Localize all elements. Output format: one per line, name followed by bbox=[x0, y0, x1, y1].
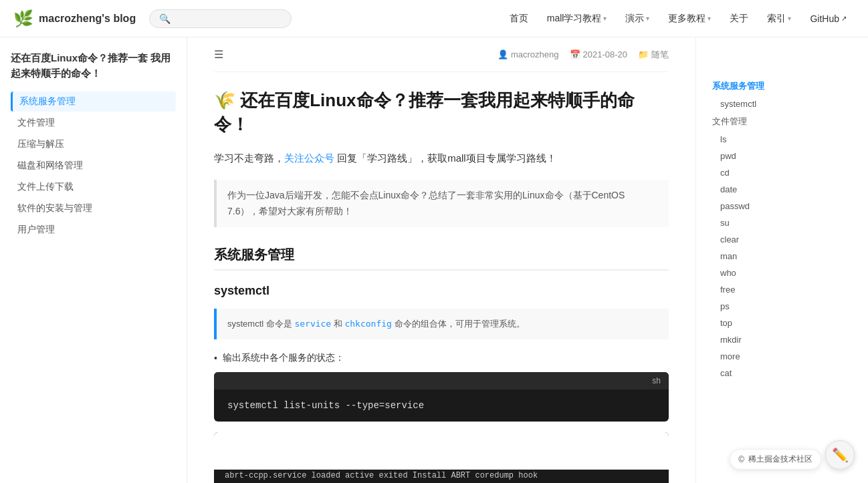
nav-index[interactable]: 索引 ▾ bbox=[759, 9, 799, 29]
right-toc-mkdir[interactable]: mkdir bbox=[707, 332, 819, 347]
right-toc-system-service[interactable]: 系统服务管理 bbox=[707, 77, 819, 95]
right-toc-top[interactable]: top bbox=[707, 315, 819, 331]
category-meta: 📁 随笔 bbox=[638, 49, 669, 61]
desc-part1: systemctl 命令是 bbox=[227, 319, 294, 329]
code-lang-label: sh bbox=[652, 376, 661, 385]
logo-icon: 🌿 bbox=[13, 9, 33, 28]
site-logo[interactable]: 🌿 macrozheng's blog bbox=[13, 9, 136, 28]
section-system-service: 系统服务管理 bbox=[214, 246, 669, 271]
site-name: macrozheng's blog bbox=[39, 13, 136, 25]
left-sidebar: 还在百度Linux命令？推荐一套 我用起来特顺手的命令！ 系统服务管理 文件管理… bbox=[0, 37, 187, 483]
code-output-table: UNIT LOAD ACTIVE SUB DESCRIPTION abrt-cc… bbox=[214, 432, 669, 483]
sidebar-item-compress[interactable]: 压缩与解压 bbox=[11, 134, 176, 154]
right-toc-systemctl[interactable]: systemctl bbox=[707, 96, 819, 112]
service-code: service bbox=[294, 319, 331, 329]
search-box[interactable]: 🔍 bbox=[149, 9, 292, 28]
right-toc-clear[interactable]: clear bbox=[707, 232, 819, 247]
title-text: 还在百度Linux命令？推荐一套我用起来特顺手的命令！ bbox=[214, 90, 635, 134]
left-sidebar-toc: 系统服务管理 文件管理 压缩与解压 磁盘和网络管理 文件上传下载 软件的安装与管… bbox=[11, 92, 176, 240]
right-toc-pwd[interactable]: pwd bbox=[707, 148, 819, 164]
right-toc-free[interactable]: free bbox=[707, 282, 819, 297]
nav-mall[interactable]: mall学习教程 ▾ bbox=[539, 9, 615, 29]
nav-about[interactable]: 关于 bbox=[722, 9, 756, 29]
chevron-down-icon: ▾ bbox=[603, 15, 607, 22]
community-badge[interactable]: © 稀土掘金技术社区 bbox=[730, 449, 821, 470]
article-title: 🌾 还在百度Linux命令？推荐一套我用起来特顺手的命令！ bbox=[214, 88, 669, 137]
right-toc-passwd[interactable]: passwd bbox=[707, 198, 819, 214]
sidebar-item-file-transfer[interactable]: 文件上传下载 bbox=[11, 177, 176, 197]
nav-demo[interactable]: 演示 ▾ bbox=[617, 9, 657, 29]
article-blockquote: 作为一位Java后端开发，怎能不会点Linux命令？总结了一套非常实用的Linu… bbox=[214, 180, 669, 228]
chevron-down-icon: ▾ bbox=[708, 15, 711, 22]
right-toc-cd[interactable]: cd bbox=[707, 165, 819, 180]
article-subtitle: 学习不走弯路，关注公众号 回复「学习路线」，获取mall项目专属学习路线！ bbox=[214, 150, 669, 166]
right-toc-cat[interactable]: cat bbox=[707, 365, 819, 381]
external-link-icon: ↗ bbox=[841, 15, 847, 22]
systemctl-description: systemctl 命令是 service 和 chkconfig 命令的组合体… bbox=[214, 309, 669, 339]
date-meta: 📅 2021-08-20 bbox=[570, 49, 628, 59]
bullet-list-units: 输出系统中各个服务的状态： bbox=[214, 350, 669, 367]
edit-float-button[interactable]: ✏️ bbox=[825, 440, 855, 470]
publish-date: 2021-08-20 bbox=[583, 49, 628, 59]
left-sidebar-title: 还在百度Linux命令？推荐一套 我用起来特顺手的命令！ bbox=[11, 51, 176, 81]
right-toc-who[interactable]: who bbox=[707, 265, 819, 281]
search-input[interactable] bbox=[175, 13, 282, 24]
article-meta: ☰ 👤 macrozheng 📅 2021-08-20 📁 随笔 bbox=[214, 37, 669, 72]
bullet-text: 输出系统中各个服务的状态： bbox=[223, 350, 344, 366]
sidebar-item-file-mgmt[interactable]: 文件管理 bbox=[11, 113, 176, 133]
folder-icon: 📁 bbox=[638, 49, 649, 59]
search-icon: 🔍 bbox=[159, 13, 171, 24]
right-toc-more[interactable]: more bbox=[707, 349, 819, 364]
edit-icon: ✏️ bbox=[832, 447, 849, 463]
right-toc-ps[interactable]: ps bbox=[707, 299, 819, 314]
chevron-down-icon: ▾ bbox=[646, 15, 649, 22]
category-label: 随笔 bbox=[651, 49, 669, 61]
community-text: 稀土掘金技术社区 bbox=[748, 454, 812, 465]
community-icon: © bbox=[738, 455, 744, 464]
nav-github[interactable]: GitHub ↗ bbox=[802, 9, 855, 28]
blockquote-text: 作为一位Java后端开发，怎能不会点Linux命令？总结了一套非常实用的Linu… bbox=[227, 190, 625, 216]
right-toc-date[interactable]: date bbox=[707, 182, 819, 197]
sidebar-item-user-mgmt[interactable]: 用户管理 bbox=[11, 220, 176, 240]
code-block-header: sh bbox=[214, 372, 669, 389]
menu-icon[interactable]: ☰ bbox=[214, 48, 223, 61]
author-meta: 👤 macrozheng bbox=[498, 49, 559, 59]
chevron-down-icon: ▾ bbox=[788, 15, 791, 22]
right-toc-file-mgmt[interactable]: 文件管理 bbox=[707, 113, 819, 130]
user-icon: 👤 bbox=[498, 49, 508, 59]
desc-part3: 命令的组合体，可用于管理系统。 bbox=[392, 319, 525, 329]
chkconfig-code: chkconfig bbox=[344, 319, 391, 329]
article-metadata: 👤 macrozheng 📅 2021-08-20 📁 随笔 bbox=[498, 49, 669, 61]
right-toc: 系统服务管理 systemctl 文件管理 ls pwd cd date pas… bbox=[707, 77, 819, 381]
sidebar-item-system-service[interactable]: 系统服务管理 bbox=[11, 92, 176, 112]
sidebar-item-disk-network[interactable]: 磁盘和网络管理 bbox=[11, 156, 176, 176]
main-layout: 还在百度Linux命令？推荐一套 我用起来特顺手的命令！ 系统服务管理 文件管理… bbox=[0, 37, 868, 483]
right-sidebar: 系统服务管理 systemctl 文件管理 ls pwd cd date pas… bbox=[695, 37, 829, 483]
right-toc-su[interactable]: su bbox=[707, 215, 819, 230]
main-nav: 首页 mall学习教程 ▾ 演示 ▾ 更多教程 ▾ 关于 索引 ▾ GitHub… bbox=[502, 9, 855, 29]
author-name: macrozheng bbox=[511, 49, 559, 59]
output-line-1: abrt-ccpp.service loaded active exited I… bbox=[214, 470, 669, 482]
right-toc-man[interactable]: man bbox=[707, 249, 819, 264]
code-block-content: systemctl list-units --type=service bbox=[214, 389, 669, 422]
subscribe-link[interactable]: 关注公众号 bbox=[284, 152, 334, 164]
title-emoji: 🌾 bbox=[214, 90, 235, 110]
subsection-systemctl: systemctl bbox=[214, 284, 669, 298]
article-content: ☰ 👤 macrozheng 📅 2021-08-20 📁 随笔 🌾 还在百度L… bbox=[187, 37, 695, 483]
calendar-icon: 📅 bbox=[570, 49, 580, 59]
nav-more[interactable]: 更多教程 ▾ bbox=[660, 9, 719, 29]
header: 🌿 macrozheng's blog 🔍 首页 mall学习教程 ▾ 演示 ▾… bbox=[0, 0, 868, 37]
desc-part2: 和 bbox=[331, 319, 344, 329]
nav-home[interactable]: 首页 bbox=[502, 9, 536, 29]
sidebar-item-software[interactable]: 软件的安装与管理 bbox=[11, 198, 176, 218]
right-toc-ls[interactable]: ls bbox=[707, 132, 819, 147]
output-header: UNIT LOAD ACTIVE SUB DESCRIPTION bbox=[214, 432, 669, 470]
code-block-systemctl: sh systemctl list-units --type=service bbox=[214, 372, 669, 422]
